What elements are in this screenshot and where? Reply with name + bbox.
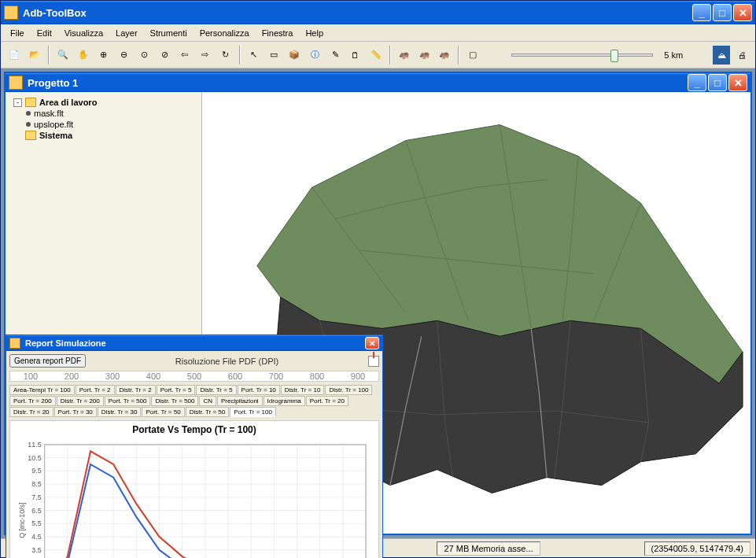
next-icon[interactable]: ⇨ [197,46,214,65]
report-tab[interactable]: Port. Tr = 10 [238,385,280,395]
separator [239,46,241,65]
tool-a-icon[interactable]: ⛰ [713,46,730,65]
report-tab[interactable]: Distr. Tr = 200 [57,396,104,406]
close-button[interactable]: ✕ [733,4,752,21]
scale-slider[interactable] [511,54,653,57]
tree-root-sistema[interactable]: Sistema [10,130,197,141]
menu-layer[interactable]: Layer [111,27,142,39]
report-tab[interactable]: Port. Tr = 5 [157,385,196,395]
separator [389,46,391,65]
menu-strumenti[interactable]: Strumenti [146,27,192,39]
app-title: Adb-ToolBox [23,7,691,19]
report-tab[interactable]: Port. Tr = 100 [230,407,276,417]
dpi-ruler[interactable]: 100 200 300 400 500 600 700 800 900 [9,371,379,382]
folder-icon [25,98,36,107]
project-titlebar[interactable]: Progetto 1 _ □ ✕ [6,73,750,92]
report-tab[interactable]: Port. Tr = 2 [76,385,115,395]
tree-item-upslope[interactable]: upslope.flt [10,119,197,130]
folder-icon [25,131,36,140]
svg-text:3.5: 3.5 [31,546,41,554]
report-tab[interactable]: Distr. Tr = 100 [325,385,372,395]
app-icon [4,6,18,20]
menu-personalizza[interactable]: Personalizza [195,27,254,39]
status-coords: (2354005.9, 5147479.4) [644,541,750,556]
prev-icon[interactable]: ⇦ [176,46,194,65]
menu-edit[interactable]: Edit [32,27,57,39]
hippo2-icon[interactable]: 🦛 [416,46,433,65]
svg-text:Q [mc·10/s]: Q [mc·10/s] [18,502,26,538]
report-body: Genera report PDF Risoluzione File PDF (… [6,351,382,558]
zoom-sel-icon[interactable]: ⊘ [156,46,173,65]
report-tab[interactable]: Distr. Tr = 2 [116,385,156,395]
report-close-button[interactable]: ✕ [365,337,379,349]
main-titlebar[interactable]: Adb-ToolBox _ □ ✕ [1,1,755,24]
hippo1-icon[interactable]: 🦛 [396,46,413,65]
edit-icon[interactable]: ✎ [326,46,344,65]
minimize-button[interactable]: _ [692,4,711,21]
report-controls-row: Genera report PDF Risoluzione File PDF (… [9,354,379,368]
menu-help[interactable]: Help [301,27,328,39]
dpi-pointer-icon[interactable] [368,356,379,367]
window-icon[interactable]: ▢ [464,46,481,65]
new-icon[interactable]: 📄 [6,46,23,65]
project-minimize-button[interactable]: _ [688,74,706,91]
note-icon[interactable]: 🗒 [347,46,364,65]
select-icon[interactable]: ▭ [266,46,283,65]
slider-thumb[interactable] [610,50,618,62]
toolbar: 📄 📂 🔍 ✋ ⊕ ⊖ ⊙ ⊘ ⇦ ⇨ ↻ ↖ ▭ 📦 ⓘ ✎ 🗒 📏 🦛 🦛 … [1,42,755,68]
report-tab[interactable]: Distr. Tr = 500 [151,396,198,406]
mdi-area: Progetto 1 _ □ ✕ - Area di lavoro mask.f… [1,68,755,557]
report-title: Report Simulazione [25,338,363,348]
print-icon[interactable]: 🖨 [733,46,750,65]
report-tab[interactable]: Port. Tr = 50 [142,407,184,417]
svg-text:11.5: 11.5 [28,441,41,449]
pan-icon[interactable]: ✋ [75,46,92,65]
report-tab[interactable]: Port. Tr = 30 [54,407,97,417]
report-dialog[interactable]: Report Simulazione ✕ Genera report PDF R… [6,334,383,558]
menu-bar: File Edit Visualizza Layer Strumenti Per… [1,24,755,42]
report-tab[interactable]: Distr. Tr = 20 [9,407,53,417]
open-icon[interactable]: 📂 [26,46,43,65]
report-tab[interactable]: Port. Tr = 20 [306,396,348,406]
report-tab[interactable]: Precipitazioni [217,396,263,406]
project-maximize-button[interactable]: □ [708,74,727,91]
chart-title: Portate Vs Tempo (Tr = 100) [10,421,378,435]
separator [458,46,459,65]
svg-text:4.5: 4.5 [31,533,41,541]
tree-item-mask[interactable]: mask.flt [10,108,197,119]
tree-root-area[interactable]: - Area di lavoro [10,97,197,108]
svg-text:5.5: 5.5 [31,519,41,527]
layer-icon [26,111,31,116]
menu-visualizza[interactable]: Visualizza [60,27,108,39]
project-close-button[interactable]: ✕ [728,74,747,91]
layer-icon [26,122,31,127]
report-tab[interactable]: Distr. Tr = 10 [281,385,325,395]
zoom-extent-icon[interactable]: ⊕ [95,46,112,65]
info-icon[interactable]: ⓘ [306,46,323,65]
report-tab[interactable]: CN [199,396,216,406]
report-tab[interactable]: Port. Tr = 500 [105,396,151,406]
chart-area: Portate Vs Tempo (Tr = 100) 0.51.52.53.5… [9,420,379,558]
status-memory: 27 MB Memoria asse... [437,541,540,556]
report-tab[interactable]: Idrogramma [264,396,305,406]
collapse-icon[interactable]: - [13,98,22,107]
report-tab[interactable]: Distr. Tr = 30 [98,407,142,417]
menu-file[interactable]: File [6,27,29,39]
report-tab[interactable]: Distr. Tr = 5 [196,385,236,395]
report-titlebar[interactable]: Report Simulazione ✕ [6,335,382,351]
measure-icon[interactable]: 📏 [367,46,385,65]
report-tab[interactable]: Area-Tempi Tr = 100 [9,385,75,395]
refresh-icon[interactable]: ↻ [217,46,234,65]
zoom-out-icon[interactable]: ⊖ [115,46,132,65]
hippo3-icon[interactable]: 🦛 [437,46,454,65]
menu-finestra[interactable]: Finestra [257,27,298,39]
maximize-button[interactable]: □ [713,4,732,21]
report-tab[interactable]: Port. Tr = 200 [9,396,56,406]
report-tab[interactable]: Distr. Tr = 50 [186,407,230,417]
zoom-layer-icon[interactable]: ⊙ [135,46,153,65]
box-icon[interactable]: 📦 [286,46,303,65]
resolution-label: Risoluzione File PDF (DPI) [175,357,278,366]
zoom-in-icon[interactable]: 🔍 [54,46,72,65]
pointer-icon[interactable]: ↖ [245,46,263,65]
generate-pdf-button[interactable]: Genera report PDF [9,354,86,368]
